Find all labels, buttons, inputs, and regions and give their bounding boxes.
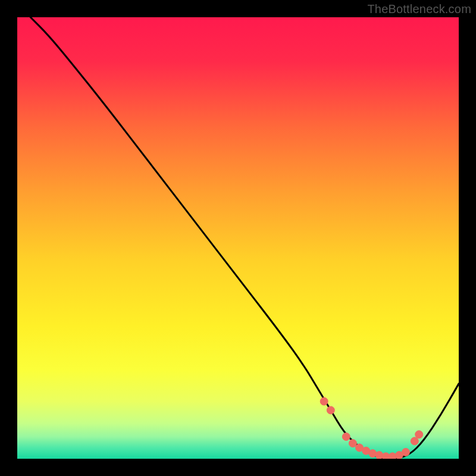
marker-dot xyxy=(415,431,423,439)
watermark-text: TheBottleneck.com xyxy=(367,2,471,16)
marker-dot xyxy=(402,448,409,456)
curve-layer xyxy=(17,17,459,459)
marker-dot xyxy=(327,406,334,414)
marker-dot xyxy=(349,440,356,447)
bottleneck-curve xyxy=(30,17,459,459)
marker-dot xyxy=(342,433,350,440)
highlight-dots xyxy=(320,397,423,459)
marker-dot xyxy=(320,397,328,405)
chart-frame: TheBottleneck.com xyxy=(0,0,476,476)
plot-area xyxy=(17,17,459,459)
marker-dot xyxy=(411,437,418,445)
